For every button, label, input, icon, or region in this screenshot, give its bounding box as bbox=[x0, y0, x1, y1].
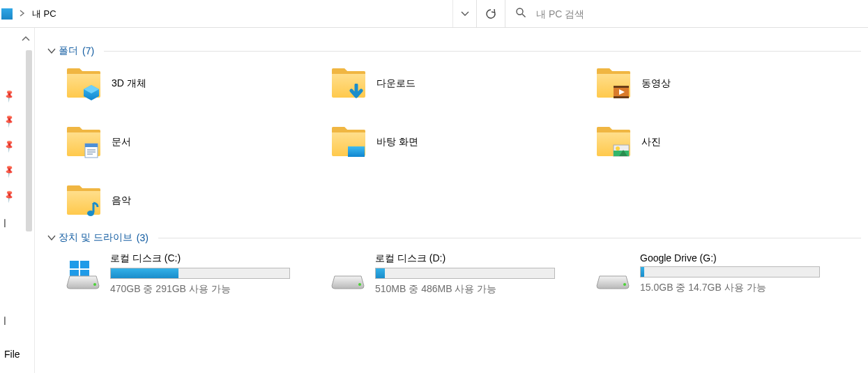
folder-label: 동영상 bbox=[641, 77, 671, 90]
svg-point-18 bbox=[87, 211, 94, 216]
pin-icon: 📌 bbox=[2, 189, 16, 203]
drive-usage-fill bbox=[111, 268, 178, 278]
chevron-down-icon bbox=[461, 11, 469, 17]
svg-point-23 bbox=[93, 283, 96, 286]
folder-icon bbox=[66, 124, 102, 160]
drives-grid: 로컬 디스크 (C:)470GB 중 291GB 사용 가능로컬 디스크 (D:… bbox=[66, 252, 861, 296]
folder-icon bbox=[330, 124, 367, 160]
folder-label: 사진 bbox=[641, 136, 661, 149]
svg-rect-13 bbox=[348, 146, 365, 157]
location-icon bbox=[1, 8, 13, 20]
svg-point-0 bbox=[517, 8, 523, 15]
svg-rect-9 bbox=[85, 144, 98, 147]
section-rule bbox=[158, 238, 861, 238]
navigation-pane[interactable]: 📌 📌 📌 📌 📌 ㅣ ㅣ File bbox=[0, 28, 35, 373]
drive-item[interactable]: 로컬 디스크 (D:)510MB 중 486MB 사용 가능 bbox=[330, 252, 595, 296]
documents-overlay-icon bbox=[82, 142, 100, 159]
search-input[interactable] bbox=[536, 8, 858, 20]
section-title: 폴더 bbox=[59, 45, 78, 57]
drive-usage-bar bbox=[110, 268, 290, 279]
search-icon bbox=[515, 7, 526, 20]
folder-label: 음악 bbox=[112, 195, 131, 207]
nav-item-truncated[interactable]: File bbox=[4, 349, 20, 360]
drive-status: 15.0GB 중 14.7GB 사용 가능 bbox=[640, 282, 820, 294]
drive-item[interactable]: 로컬 디스크 (C:)470GB 중 291GB 사용 가능 bbox=[66, 252, 330, 296]
folder-item[interactable]: 다운로드 bbox=[330, 66, 595, 102]
drive-usage-fill bbox=[376, 268, 385, 278]
section-count: (3) bbox=[137, 232, 149, 243]
folder-label: 다운로드 bbox=[376, 77, 416, 90]
chevron-down-icon bbox=[47, 234, 56, 241]
content-pane: 폴더 (7) 3D 개체다운로드동영상문서바탕 화면사진음악 장치 및 드라이브… bbox=[35, 28, 868, 373]
drive-name: Google Drive (G:) bbox=[640, 252, 820, 264]
drive-item[interactable]: Google Drive (G:)15.0GB 중 14.7GB 사용 가능 bbox=[595, 252, 860, 296]
nav-item-truncated[interactable]: ㅣ bbox=[0, 315, 10, 328]
drive-icon bbox=[595, 257, 630, 291]
svg-rect-20 bbox=[80, 261, 89, 268]
drive-name: 로컬 디스크 (C:) bbox=[110, 252, 290, 265]
3d-overlay-icon bbox=[82, 84, 100, 100]
drive-usage-bar bbox=[375, 268, 555, 279]
refresh-button[interactable] bbox=[476, 0, 505, 27]
folder-item[interactable]: 동영상 bbox=[595, 66, 860, 102]
pin-icon: 📌 bbox=[2, 139, 16, 153]
svg-rect-5 bbox=[614, 86, 629, 88]
section-rule bbox=[104, 51, 861, 52]
videos-overlay-icon bbox=[612, 84, 630, 100]
section-title: 장치 및 드라이브 bbox=[59, 231, 132, 244]
section-count: (7) bbox=[82, 45, 94, 56]
folder-icon bbox=[330, 66, 367, 102]
chevron-down-icon bbox=[47, 47, 56, 54]
folder-icon bbox=[595, 66, 632, 102]
breadcrumb-separator-icon bbox=[15, 10, 29, 18]
drive-usage-bar bbox=[640, 266, 820, 277]
folder-item[interactable]: 바탕 화면 bbox=[330, 124, 595, 160]
pin-icon: 📌 bbox=[2, 114, 16, 128]
drive-status: 470GB 중 291GB 사용 가능 bbox=[110, 283, 290, 296]
drive-icon bbox=[330, 257, 365, 291]
address-bar-row: 내 PC bbox=[0, 0, 868, 28]
svg-point-24 bbox=[358, 283, 361, 286]
downloads-overlay-icon bbox=[347, 84, 365, 100]
folder-item[interactable]: 3D 개체 bbox=[66, 66, 330, 102]
folder-icon bbox=[66, 183, 102, 219]
svg-point-16 bbox=[616, 146, 620, 151]
pin-icon: 📌 bbox=[2, 164, 16, 178]
svg-line-1 bbox=[522, 14, 525, 17]
music-overlay-icon bbox=[82, 201, 100, 218]
folder-item[interactable]: 음악 bbox=[66, 183, 330, 219]
scroll-up-icon[interactable] bbox=[22, 33, 30, 43]
drive-usage-fill bbox=[641, 267, 644, 277]
svg-rect-19 bbox=[70, 261, 79, 268]
drive-status: 510MB 중 486MB 사용 가능 bbox=[375, 283, 555, 296]
svg-rect-6 bbox=[614, 96, 629, 98]
drive-name: 로컬 디스크 (D:) bbox=[375, 252, 555, 265]
folder-item[interactable]: 문서 bbox=[66, 124, 330, 160]
folder-icon bbox=[595, 124, 632, 160]
folder-label: 문서 bbox=[112, 136, 131, 149]
folders-grid: 3D 개체다운로드동영상문서바탕 화면사진음악 bbox=[66, 66, 861, 219]
folder-icon bbox=[66, 66, 102, 102]
section-header-drives[interactable]: 장치 및 드라이브 (3) bbox=[47, 231, 861, 244]
svg-point-25 bbox=[623, 283, 626, 286]
pictures-overlay-icon bbox=[612, 142, 630, 159]
search-box[interactable] bbox=[505, 0, 868, 27]
drive-icon bbox=[66, 257, 100, 291]
address-history-dropdown[interactable] bbox=[452, 0, 476, 27]
address-bar[interactable]: 내 PC bbox=[0, 0, 452, 27]
folder-item[interactable]: 사진 bbox=[595, 124, 860, 160]
explorer-body: 📌 📌 📌 📌 📌 ㅣ ㅣ File 폴더 (7) 3D 개체다운로드동영상문서… bbox=[0, 28, 868, 373]
nav-scrollbar[interactable] bbox=[26, 50, 32, 231]
folder-label: 3D 개체 bbox=[112, 77, 146, 90]
refresh-icon bbox=[485, 8, 496, 20]
desktop-overlay-icon bbox=[347, 142, 365, 159]
pin-icon: 📌 bbox=[2, 89, 16, 102]
section-header-folders[interactable]: 폴더 (7) bbox=[47, 45, 861, 57]
breadcrumb-current[interactable]: 내 PC bbox=[29, 8, 59, 20]
nav-item-truncated[interactable]: ㅣ bbox=[0, 218, 10, 230]
folder-label: 바탕 화면 bbox=[376, 136, 418, 149]
pinned-indicators: 📌 📌 📌 📌 📌 bbox=[4, 91, 15, 201]
